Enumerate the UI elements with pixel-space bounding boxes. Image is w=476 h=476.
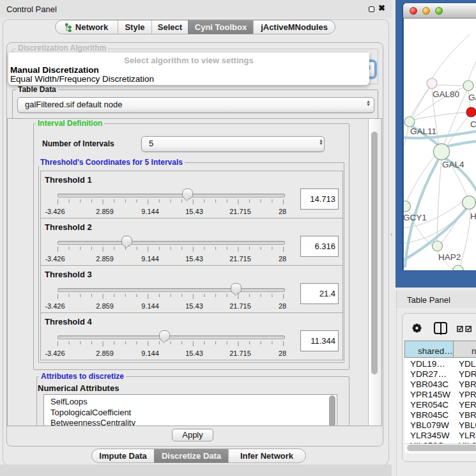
svg-text:GAL4: GAL4 — [442, 160, 464, 169]
svg-text:GCY1: GCY1 — [404, 213, 427, 222]
svg-text:HAP2: HAP2 — [438, 252, 461, 262]
svg-text:H: H — [470, 211, 476, 221]
svg-text:GA: GA — [468, 93, 476, 102]
svg-text:C: C — [470, 119, 476, 129]
svg-text:GAL80: GAL80 — [433, 89, 459, 99]
svg-text:GAL11: GAL11 — [410, 127, 436, 136]
